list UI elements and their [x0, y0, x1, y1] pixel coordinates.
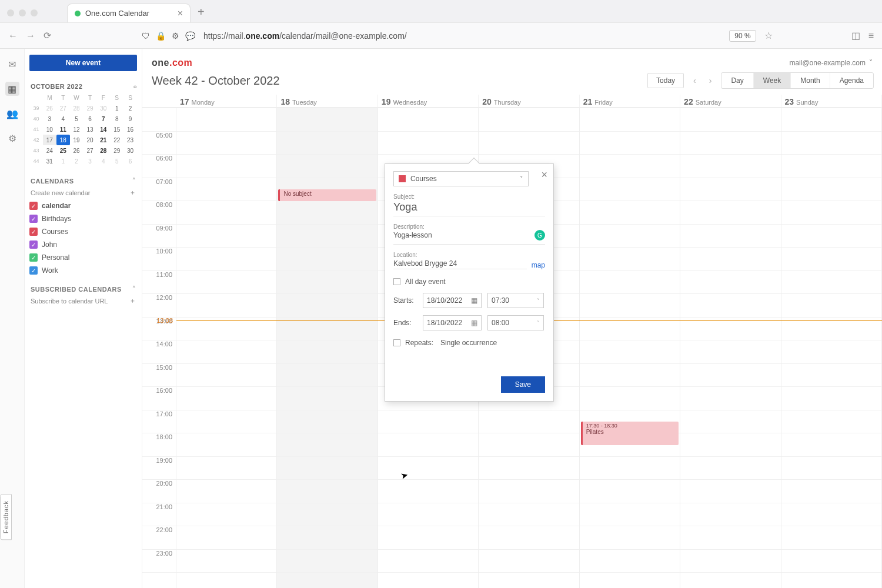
back-button[interactable]: ← [8, 31, 18, 41]
mini-day[interactable]: 14 [96, 124, 110, 135]
mini-day[interactable]: 23 [123, 135, 137, 145]
maximize-window-icon[interactable] [31, 9, 38, 16]
save-button[interactable]: Save [501, 376, 545, 393]
subscribe-calendar[interactable]: Subscribe to calendar URL ＋ [31, 296, 136, 305]
mini-day[interactable]: 3 [43, 113, 56, 124]
minimize-window-icon[interactable] [19, 9, 26, 16]
mini-day[interactable]: 20 [83, 135, 97, 145]
mini-day[interactable]: 17 [43, 135, 56, 145]
bookmark-icon[interactable]: ☆ [764, 30, 773, 41]
calendar-item[interactable]: ✓ calendar [29, 202, 137, 210]
allday-row[interactable]: All day event [393, 278, 545, 286]
mini-calendar[interactable]: MTWTFSS392627282930124034567894110111213… [29, 92, 137, 166]
map-link[interactable]: map [532, 261, 545, 269]
mini-day[interactable]: 30 [123, 145, 137, 156]
calendar-checkbox[interactable]: ✓ [29, 228, 38, 236]
repeats-checkbox[interactable] [393, 339, 400, 346]
mini-day[interactable]: 11 [56, 124, 70, 135]
mini-day[interactable]: 27 [56, 103, 70, 113]
view-week[interactable]: Week [754, 73, 791, 88]
mini-day[interactable]: 28 [70, 103, 83, 113]
calendar-checkbox[interactable]: ✓ [29, 240, 38, 249]
grammarly-icon[interactable]: G [534, 230, 545, 240]
lock-icon[interactable]: 🔒 [156, 31, 166, 41]
mini-day[interactable]: 22 [110, 135, 123, 145]
calendar-checkbox[interactable]: ✓ [29, 253, 38, 262]
mini-day[interactable]: 28 [96, 145, 110, 156]
mini-day[interactable]: 7 [96, 113, 110, 124]
next-week-button[interactable]: › [706, 76, 716, 85]
close-tab-icon[interactable]: × [178, 8, 183, 19]
contacts-icon[interactable]: 👥 [5, 106, 19, 121]
mail-icon[interactable]: ✉ [5, 57, 19, 71]
mini-day[interactable]: 5 [70, 113, 83, 124]
end-date-input[interactable]: 18/10/2022 ▦ [423, 315, 482, 330]
day-column[interactable] [781, 108, 882, 588]
subject-input[interactable] [393, 200, 545, 216]
new-event-button[interactable]: New event [29, 55, 137, 71]
mini-day[interactable]: 2 [70, 156, 83, 166]
reload-button[interactable]: ⟳ [44, 30, 51, 41]
prev-week-button[interactable]: ‹ [690, 76, 700, 85]
mini-day[interactable]: 3 [83, 156, 97, 166]
calendar-checkbox[interactable]: ✓ [29, 215, 38, 223]
end-time-select[interactable]: 08:00 ˅ [487, 315, 544, 330]
calendar-item[interactable]: ✓ Birthdays [29, 215, 137, 223]
calendar-icon[interactable]: ▦ [5, 82, 19, 96]
calendar-checkbox[interactable]: ✓ [29, 266, 38, 275]
settings-icon[interactable]: ⚙ [5, 131, 19, 145]
mini-day[interactable]: 4 [56, 113, 70, 124]
browser-tab[interactable]: One.com Calendar × [67, 4, 191, 22]
window-controls[interactable] [7, 9, 38, 16]
mini-day[interactable]: 16 [123, 124, 137, 135]
event-block[interactable]: No subject [278, 189, 376, 201]
mini-day[interactable]: 30 [96, 103, 110, 113]
mini-day[interactable]: 26 [43, 103, 56, 113]
mini-day[interactable]: 1 [56, 156, 70, 166]
calendars-section-header[interactable]: CALENDARS ˄ [31, 177, 136, 185]
mini-day[interactable]: 4 [96, 156, 110, 166]
repeats-row[interactable]: Repeats: Single occurrence [393, 339, 545, 347]
new-tab-button[interactable]: + [198, 5, 205, 19]
close-icon[interactable]: × [541, 169, 547, 181]
mini-day[interactable]: 18 [56, 135, 70, 145]
mini-day[interactable]: 13 [83, 124, 97, 135]
calendar-item[interactable]: ✓ Work [29, 266, 137, 275]
mini-day[interactable]: 6 [83, 113, 97, 124]
mini-day[interactable]: 19 [70, 135, 83, 145]
mini-day[interactable]: 5 [110, 156, 123, 166]
mini-day[interactable]: 1 [110, 103, 123, 113]
close-window-icon[interactable] [7, 9, 14, 16]
subscribed-section-header[interactable]: SUBSCRIBED CALENDARS ˄ [31, 285, 136, 293]
mini-day[interactable]: 12 [70, 124, 83, 135]
mini-day[interactable]: 8 [110, 113, 123, 124]
view-segmented[interactable]: DayWeekMonthAgenda [721, 72, 874, 89]
today-button[interactable]: Today [647, 73, 684, 88]
mini-day[interactable]: 31 [43, 156, 56, 166]
mini-day[interactable]: 6 [123, 156, 137, 166]
mini-day[interactable]: 27 [83, 145, 97, 156]
calendar-checkbox[interactable]: ✓ [29, 202, 38, 210]
day-column[interactable]: No subject [277, 108, 377, 588]
shield-icon[interactable]: 🛡 [142, 31, 150, 41]
calendar-item[interactable]: ✓ Personal [29, 253, 137, 262]
day-column[interactable]: 17:30 - 18:30Pilates [580, 108, 680, 588]
view-day[interactable]: Day [721, 73, 753, 88]
calendar-item[interactable]: ✓ Courses [29, 228, 137, 236]
mini-day[interactable]: 15 [110, 124, 123, 135]
create-calendar[interactable]: Create new calendar ＋ [31, 188, 136, 197]
permissions-icon[interactable]: ⚙ [172, 31, 179, 41]
forward-button[interactable]: → [26, 31, 35, 41]
allday-checkbox[interactable] [393, 278, 400, 285]
event-block[interactable]: 17:30 - 18:30Pilates [581, 422, 679, 445]
day-column[interactable] [680, 108, 781, 588]
mini-day[interactable]: 21 [96, 135, 110, 145]
mini-day[interactable]: 29 [110, 145, 123, 156]
menu-icon[interactable]: ≡ [868, 31, 874, 41]
start-time-select[interactable]: 07:30 ˅ [487, 293, 544, 308]
calendar-item[interactable]: ✓ John [29, 240, 137, 249]
description-input[interactable] [393, 230, 534, 240]
feedback-tab[interactable]: Feedback [0, 494, 12, 540]
mini-day[interactable]: 26 [70, 145, 83, 156]
mini-day[interactable]: 9 [123, 113, 137, 124]
